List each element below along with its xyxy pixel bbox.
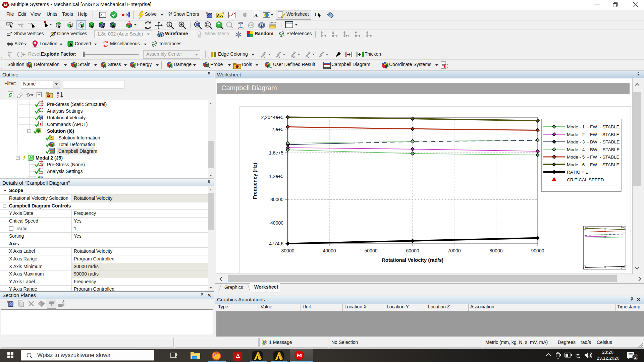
svg-text:A: A bbox=[255, 13, 258, 18]
svg-text:d: d bbox=[31, 65, 32, 68]
svg-text:3: 3 bbox=[308, 55, 310, 58]
svg-text:USER: USER bbox=[268, 66, 272, 68]
svg-text:2,2044e+5: 2,2044e+5 bbox=[261, 115, 283, 120]
svg-text:Pre-Stress (None): Pre-Stress (None) bbox=[47, 162, 85, 167]
svg-text:1: 1 bbox=[278, 55, 280, 58]
svg-text:Rotational Velocity: Rotational Velocity bbox=[47, 115, 86, 120]
svg-text:Mode - 5 - FW - STABLE: Mode - 5 - FW - STABLE bbox=[567, 155, 620, 160]
svg-text:RATIO = 1: RATIO = 1 bbox=[567, 170, 588, 175]
svg-text:Total Deformation: Total Deformation bbox=[58, 142, 95, 147]
svg-text:1,2e+5: 1,2e+5 bbox=[269, 174, 283, 179]
svg-text:Mode - 4 - BW - STABLE: Mode - 4 - BW - STABLE bbox=[567, 147, 620, 152]
svg-text:D: D bbox=[171, 65, 173, 68]
svg-text:90000: 90000 bbox=[531, 248, 544, 253]
svg-text:E: E bbox=[134, 65, 136, 68]
svg-text:4774,6: 4774,6 bbox=[269, 241, 283, 246]
svg-text:2,e+5: 2,e+5 bbox=[272, 127, 284, 132]
svg-text:Mode - 6 - FW - STABLE: Mode - 6 - FW - STABLE bbox=[567, 162, 620, 167]
svg-text:Commands (APDL): Commands (APDL) bbox=[47, 122, 88, 127]
svg-text:80000: 80000 bbox=[490, 248, 503, 253]
svg-text:Abc: Abc bbox=[217, 14, 223, 17]
svg-text:Mode - 3 - BW - STABLE: Mode - 3 - BW - STABLE bbox=[567, 139, 620, 144]
svg-text:2: 2 bbox=[293, 55, 295, 58]
svg-text:CRITICAL SPEED: CRITICAL SPEED bbox=[567, 177, 604, 182]
svg-text:40000: 40000 bbox=[270, 220, 283, 226]
svg-text:50000: 50000 bbox=[365, 248, 378, 253]
svg-text:Pre-Stress (Static Structural): Pre-Stress (Static Structural) bbox=[47, 102, 107, 107]
svg-text:1,6e+5: 1,6e+5 bbox=[269, 150, 283, 156]
svg-text:Analysis Settings: Analysis Settings bbox=[47, 169, 83, 174]
svg-text:Analysis Settings: Analysis Settings bbox=[47, 108, 83, 114]
svg-text:e: e bbox=[75, 65, 77, 68]
svg-text:0: 0 bbox=[264, 55, 265, 58]
svg-text:C: C bbox=[444, 63, 448, 69]
svg-text:Mode - 2 - FW - STABLE: Mode - 2 - FW - STABLE bbox=[567, 132, 620, 137]
svg-text:2: 2 bbox=[634, 355, 637, 360]
svg-text:Solution (I6): Solution (I6) bbox=[47, 128, 74, 134]
svg-text:Solution Information: Solution Information bbox=[58, 135, 100, 140]
svg-text:Mode - 1 - FW - STABLE: Mode - 1 - FW - STABLE bbox=[567, 124, 620, 129]
svg-text:Modal 2 (J5): Modal 2 (J5) bbox=[36, 155, 63, 161]
svg-text:Campbell Diagram: Campbell Diagram bbox=[58, 148, 97, 154]
svg-text:Frequency (Hz): Frequency (Hz) bbox=[252, 163, 258, 199]
svg-text:40000: 40000 bbox=[323, 248, 336, 253]
svg-text:σ: σ bbox=[105, 65, 106, 68]
svg-text:Z: Z bbox=[57, 95, 59, 99]
svg-text:80000: 80000 bbox=[270, 197, 283, 202]
svg-text:100: 100 bbox=[7, 23, 11, 25]
svg-text:30000: 30000 bbox=[281, 248, 294, 253]
svg-text:x,y,z: x,y,z bbox=[28, 22, 34, 25]
svg-text:Rotational Velocity (rad/s): Rotational Velocity (rad/s) bbox=[382, 257, 443, 263]
svg-text:70000: 70000 bbox=[448, 248, 461, 253]
svg-text:60000: 60000 bbox=[406, 248, 419, 253]
